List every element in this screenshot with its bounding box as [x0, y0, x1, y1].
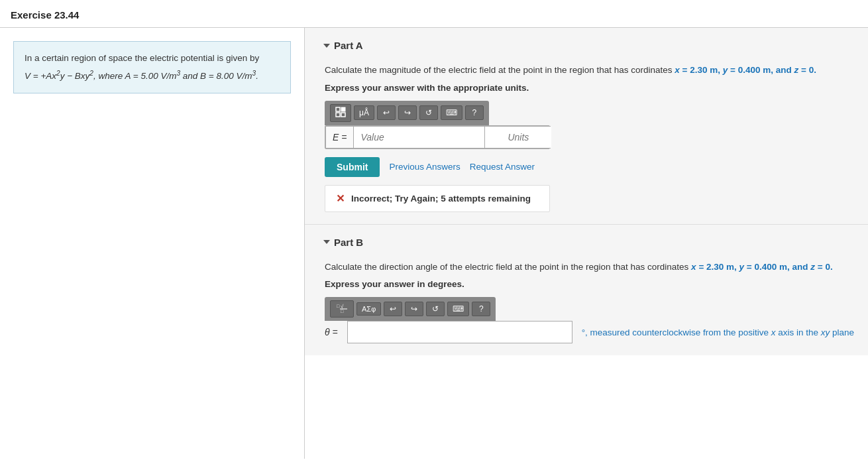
grid-button-a[interactable] [330, 104, 351, 122]
right-panel: Part A Calculate the magnitude of the el… [305, 28, 868, 459]
svg-rect-1 [341, 107, 345, 111]
theta-input-row: θ = °, measured counterclockwise from th… [325, 321, 854, 343]
submit-button-a[interactable]: Submit [325, 157, 380, 177]
problem-text-line1: In a certain region of space the electri… [25, 51, 280, 66]
part-b-coords: x = 2.30 m, y = 0.400 m, and z = 0. [691, 262, 833, 272]
toolbar-a: μÅ ↩ ↪ ↺ ⌨ ? [325, 101, 854, 125]
svg-text:□: □ [337, 304, 340, 308]
math-toolbar-b: □ √ □ ΑΣφ ↩ ↪ ↺ ⌨ [325, 297, 496, 321]
part-b-label: Part B [334, 237, 363, 248]
input-label-a: E = [326, 127, 354, 148]
mu-button-a[interactable]: μÅ [354, 105, 374, 120]
part-a-coords: x = 2.30 m, y = 0.400 m, and z = 0. [675, 65, 816, 75]
part-b-header: Part B [325, 237, 854, 248]
problem-text-line2: V = +Ax2y − Bxy2, where A = 5.00 V/m3 an… [25, 68, 280, 84]
theta-box [347, 321, 572, 343]
request-answer-link-a[interactable]: Request Answer [470, 162, 535, 172]
fraction-button-b[interactable]: □ √ □ [330, 300, 354, 318]
error-icon-a: ✕ [336, 192, 345, 205]
redo-button-b[interactable]: ↪ [405, 302, 423, 316]
part-a-question: Calculate the magnitude of the electric … [325, 63, 854, 78]
units-input-a[interactable] [485, 127, 551, 148]
undo-button-a[interactable]: ↩ [377, 105, 396, 120]
part-b-express: Express your answer in degrees. [325, 279, 854, 289]
part-a-label: Part A [334, 40, 363, 51]
formula: V = +Ax2y − Bxy2, where A = 5.00 V/m3 an… [25, 71, 258, 81]
feedback-box-a: ✕ Incorrect; Try Again; 5 attempts remai… [325, 185, 550, 212]
undo-button-b[interactable]: ↩ [384, 302, 402, 316]
previous-answers-link-a[interactable]: Previous Answers [389, 162, 460, 172]
part-a-express: Express your answer with the appropriate… [325, 83, 854, 93]
help-button-b[interactable]: ? [472, 302, 490, 316]
answer-box-a: E = [325, 125, 550, 149]
page-title: Exercise 23.44 [0, 0, 868, 28]
collapse-triangle-a[interactable] [323, 44, 330, 48]
part-b-question: Calculate the direction angle of the ele… [325, 260, 854, 274]
degree-suffix-text: °, measured counterclockwise from the po… [582, 327, 854, 337]
svg-text:□: □ [341, 309, 344, 314]
part-a-header: Part A [325, 40, 854, 51]
keyboard-button-b[interactable]: ⌨ [447, 302, 469, 316]
reset-button-b[interactable]: ↺ [426, 302, 445, 316]
theta-label: θ = [325, 327, 338, 337]
svg-rect-2 [336, 113, 340, 117]
action-row-a: Submit Previous Answers Request Answer [325, 157, 854, 177]
help-button-a[interactable]: ? [465, 105, 484, 120]
left-panel: In a certain region of space the electri… [0, 28, 305, 459]
part-a-section: Part A Calculate the magnitude of the el… [305, 28, 868, 225]
problem-statement: In a certain region of space the electri… [13, 41, 291, 93]
input-row-a: E = [325, 126, 551, 148]
math-toolbar-a: μÅ ↩ ↪ ↺ ⌨ ? [325, 101, 489, 125]
svg-rect-0 [336, 107, 340, 111]
redo-button-a[interactable]: ↪ [398, 105, 417, 120]
part-b-section: Part B Calculate the direction angle of … [305, 225, 868, 356]
collapse-triangle-b[interactable] [323, 240, 330, 244]
keyboard-button-a[interactable]: ⌨ [441, 105, 462, 120]
theta-input[interactable] [348, 322, 572, 343]
value-input-a[interactable] [354, 127, 485, 148]
toolbar-b: □ √ □ ΑΣφ ↩ ↪ ↺ ⌨ [325, 297, 854, 321]
sigma-button-b[interactable]: ΑΣφ [356, 302, 381, 316]
svg-rect-3 [341, 113, 345, 117]
reset-button-a[interactable]: ↺ [419, 105, 438, 120]
feedback-text-a: Incorrect; Try Again; 5 attempts remaini… [351, 194, 531, 204]
